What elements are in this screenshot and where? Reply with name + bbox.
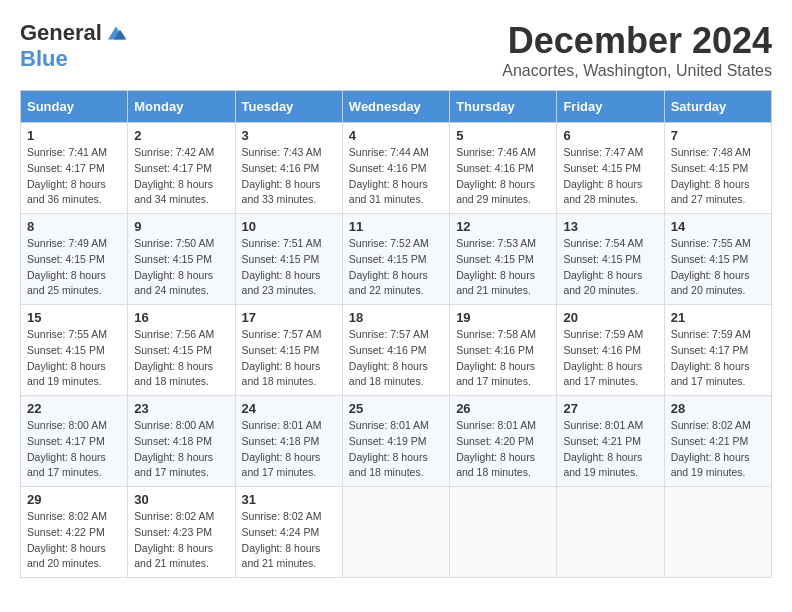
sunset-text: Sunset: 4:16 PM [242,162,320,174]
calendar-cell: 4Sunrise: 7:44 AMSunset: 4:16 PMDaylight… [342,123,449,214]
calendar-cell: 23Sunrise: 8:00 AMSunset: 4:18 PMDayligh… [128,396,235,487]
sunset-text: Sunset: 4:24 PM [242,526,320,538]
day-info: Sunrise: 7:47 AMSunset: 4:15 PMDaylight:… [563,145,657,208]
day-info: Sunrise: 8:01 AMSunset: 4:20 PMDaylight:… [456,418,550,481]
day-number: 9 [134,219,228,234]
logo-blue: Blue [20,46,68,71]
logo: General Blue [20,20,128,72]
day-number: 28 [671,401,765,416]
daylight-text: Daylight: 8 hours and 18 minutes. [242,360,321,388]
day-info: Sunrise: 7:51 AMSunset: 4:15 PMDaylight:… [242,236,336,299]
calendar-cell: 2Sunrise: 7:42 AMSunset: 4:17 PMDaylight… [128,123,235,214]
daylight-text: Daylight: 8 hours and 36 minutes. [27,178,106,206]
day-number: 20 [563,310,657,325]
day-info: Sunrise: 7:57 AMSunset: 4:15 PMDaylight:… [242,327,336,390]
daylight-text: Daylight: 8 hours and 17 minutes. [456,360,535,388]
calendar-cell: 1Sunrise: 7:41 AMSunset: 4:17 PMDaylight… [21,123,128,214]
calendar-cell: 16Sunrise: 7:56 AMSunset: 4:15 PMDayligh… [128,305,235,396]
day-number: 25 [349,401,443,416]
sunset-text: Sunset: 4:15 PM [27,344,105,356]
calendar-cell: 9Sunrise: 7:50 AMSunset: 4:15 PMDaylight… [128,214,235,305]
day-number: 2 [134,128,228,143]
day-number: 10 [242,219,336,234]
sunrise-text: Sunrise: 7:57 AM [242,328,322,340]
calendar-cell: 14Sunrise: 7:55 AMSunset: 4:15 PMDayligh… [664,214,771,305]
sunset-text: Sunset: 4:15 PM [456,253,534,265]
sunset-text: Sunset: 4:23 PM [134,526,212,538]
calendar-cell: 25Sunrise: 8:01 AMSunset: 4:19 PMDayligh… [342,396,449,487]
column-header-friday: Friday [557,91,664,123]
sunrise-text: Sunrise: 7:47 AM [563,146,643,158]
calendar-cell: 27Sunrise: 8:01 AMSunset: 4:21 PMDayligh… [557,396,664,487]
day-info: Sunrise: 7:59 AMSunset: 4:17 PMDaylight:… [671,327,765,390]
sunset-text: Sunset: 4:16 PM [456,162,534,174]
calendar-cell [450,487,557,578]
sunrise-text: Sunrise: 8:02 AM [671,419,751,431]
calendar-cell: 18Sunrise: 7:57 AMSunset: 4:16 PMDayligh… [342,305,449,396]
calendar-cell: 20Sunrise: 7:59 AMSunset: 4:16 PMDayligh… [557,305,664,396]
calendar-cell: 5Sunrise: 7:46 AMSunset: 4:16 PMDaylight… [450,123,557,214]
sunrise-text: Sunrise: 7:48 AM [671,146,751,158]
daylight-text: Daylight: 8 hours and 17 minutes. [671,360,750,388]
calendar-cell: 22Sunrise: 8:00 AMSunset: 4:17 PMDayligh… [21,396,128,487]
day-number: 23 [134,401,228,416]
calendar-cell: 11Sunrise: 7:52 AMSunset: 4:15 PMDayligh… [342,214,449,305]
daylight-text: Daylight: 8 hours and 19 minutes. [27,360,106,388]
logo-general: General [20,20,102,46]
day-info: Sunrise: 7:55 AMSunset: 4:15 PMDaylight:… [671,236,765,299]
sunrise-text: Sunrise: 7:51 AM [242,237,322,249]
sunrise-text: Sunrise: 7:59 AM [563,328,643,340]
daylight-text: Daylight: 8 hours and 28 minutes. [563,178,642,206]
calendar-cell [557,487,664,578]
sunrise-text: Sunrise: 7:42 AM [134,146,214,158]
day-info: Sunrise: 7:48 AMSunset: 4:15 PMDaylight:… [671,145,765,208]
day-info: Sunrise: 7:57 AMSunset: 4:16 PMDaylight:… [349,327,443,390]
sunrise-text: Sunrise: 7:55 AM [27,328,107,340]
day-info: Sunrise: 8:01 AMSunset: 4:19 PMDaylight:… [349,418,443,481]
day-number: 12 [456,219,550,234]
sunrise-text: Sunrise: 7:52 AM [349,237,429,249]
day-number: 24 [242,401,336,416]
calendar-cell: 6Sunrise: 7:47 AMSunset: 4:15 PMDaylight… [557,123,664,214]
daylight-text: Daylight: 8 hours and 17 minutes. [134,451,213,479]
day-number: 29 [27,492,121,507]
sunset-text: Sunset: 4:21 PM [563,435,641,447]
daylight-text: Daylight: 8 hours and 25 minutes. [27,269,106,297]
day-number: 26 [456,401,550,416]
column-header-thursday: Thursday [450,91,557,123]
calendar-cell: 7Sunrise: 7:48 AMSunset: 4:15 PMDaylight… [664,123,771,214]
day-number: 5 [456,128,550,143]
calendar-body: 1Sunrise: 7:41 AMSunset: 4:17 PMDaylight… [21,123,772,578]
day-info: Sunrise: 7:52 AMSunset: 4:15 PMDaylight:… [349,236,443,299]
day-info: Sunrise: 7:58 AMSunset: 4:16 PMDaylight:… [456,327,550,390]
day-number: 19 [456,310,550,325]
day-info: Sunrise: 7:42 AMSunset: 4:17 PMDaylight:… [134,145,228,208]
sunset-text: Sunset: 4:15 PM [134,253,212,265]
sunset-text: Sunset: 4:16 PM [349,162,427,174]
sunrise-text: Sunrise: 8:02 AM [134,510,214,522]
calendar-cell [342,487,449,578]
day-info: Sunrise: 7:54 AMSunset: 4:15 PMDaylight:… [563,236,657,299]
day-info: Sunrise: 8:02 AMSunset: 4:24 PMDaylight:… [242,509,336,572]
sunset-text: Sunset: 4:15 PM [671,162,749,174]
day-info: Sunrise: 7:59 AMSunset: 4:16 PMDaylight:… [563,327,657,390]
title-block: December 2024 Anacortes, Washington, Uni… [502,20,772,80]
calendar-week-row: 22Sunrise: 8:00 AMSunset: 4:17 PMDayligh… [21,396,772,487]
location-title: Anacortes, Washington, United States [502,62,772,80]
day-number: 18 [349,310,443,325]
calendar-cell: 17Sunrise: 7:57 AMSunset: 4:15 PMDayligh… [235,305,342,396]
sunset-text: Sunset: 4:17 PM [27,435,105,447]
day-info: Sunrise: 8:02 AMSunset: 4:22 PMDaylight:… [27,509,121,572]
sunrise-text: Sunrise: 8:01 AM [349,419,429,431]
calendar-cell: 28Sunrise: 8:02 AMSunset: 4:21 PMDayligh… [664,396,771,487]
sunset-text: Sunset: 4:18 PM [242,435,320,447]
daylight-text: Daylight: 8 hours and 17 minutes. [563,360,642,388]
day-info: Sunrise: 8:01 AMSunset: 4:21 PMDaylight:… [563,418,657,481]
calendar-cell: 12Sunrise: 7:53 AMSunset: 4:15 PMDayligh… [450,214,557,305]
daylight-text: Daylight: 8 hours and 29 minutes. [456,178,535,206]
calendar-header-row: SundayMondayTuesdayWednesdayThursdayFrid… [21,91,772,123]
sunset-text: Sunset: 4:16 PM [456,344,534,356]
day-number: 14 [671,219,765,234]
sunset-text: Sunset: 4:15 PM [242,344,320,356]
column-header-wednesday: Wednesday [342,91,449,123]
